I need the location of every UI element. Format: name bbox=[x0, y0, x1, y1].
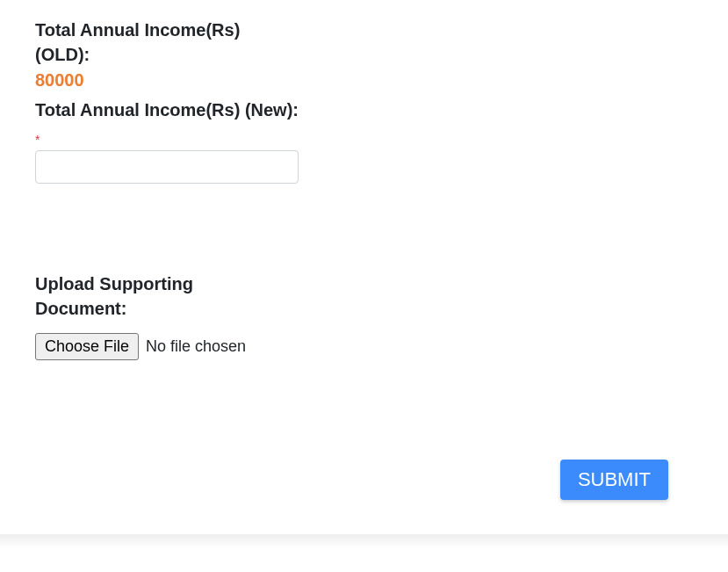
income-old-group: Total Annual Income(Rs) (OLD): 80000 bbox=[35, 18, 299, 91]
file-input-wrapper: Choose File No file chosen bbox=[35, 333, 693, 360]
file-status-text: No file chosen bbox=[146, 337, 246, 356]
required-mark: * bbox=[35, 133, 299, 147]
submit-wrapper: SUBMIT bbox=[560, 460, 668, 500]
income-new-label: Total Annual Income(Rs) (New): bbox=[35, 98, 299, 122]
income-new-input[interactable] bbox=[35, 150, 299, 184]
choose-file-button[interactable]: Choose File bbox=[35, 333, 139, 360]
income-old-label: Total Annual Income(Rs) (OLD): bbox=[35, 18, 299, 67]
upload-section: Upload Supporting Document: Choose File … bbox=[35, 272, 693, 360]
form-container: Total Annual Income(Rs) (OLD): 80000 Tot… bbox=[0, 0, 728, 378]
income-old-value: 80000 bbox=[35, 70, 299, 91]
income-new-group: Total Annual Income(Rs) (New): * bbox=[35, 98, 299, 184]
upload-label: Upload Supporting Document: bbox=[35, 272, 263, 321]
submit-button[interactable]: SUBMIT bbox=[560, 460, 668, 500]
bottom-shadow bbox=[0, 534, 728, 548]
